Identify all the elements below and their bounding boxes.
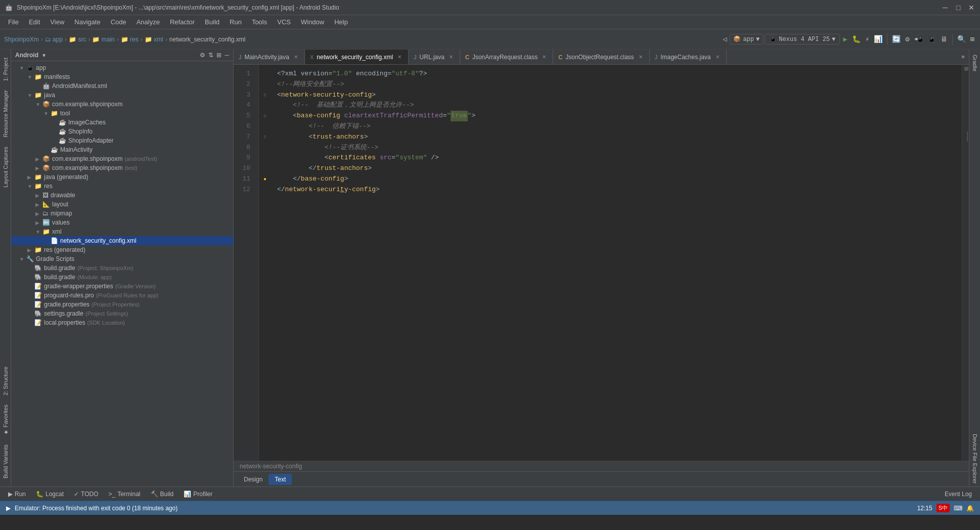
close-button[interactable]: ✕: [968, 4, 975, 11]
menu-build[interactable]: Build: [201, 17, 224, 27]
tree-item-manifests[interactable]: ▼ 📁 manifests: [11, 72, 233, 81]
menu-view[interactable]: View: [46, 17, 68, 27]
device-selector[interactable]: 📱 Nexus 4 API 25 ▼: [765, 34, 840, 45]
sync-button[interactable]: 🔄: [890, 33, 902, 45]
bot-tab-terminal[interactable]: >_ Terminal: [105, 489, 145, 500]
fold-icon-7[interactable]: ▽: [263, 134, 266, 140]
tab-mainactivity[interactable]: J MainActivity.java ✕: [234, 50, 305, 65]
menu-refactor[interactable]: Refactor: [166, 17, 199, 27]
scrollbar-thumb[interactable]: [964, 67, 968, 71]
coverage-button[interactable]: ⚡: [864, 33, 871, 45]
tab-close-url[interactable]: ✕: [448, 54, 455, 60]
tree-item-layout[interactable]: ▶ 📐 layout: [11, 200, 233, 209]
tree-item-imagecaches[interactable]: ☕ ImageCaches: [11, 118, 233, 127]
tree-item-tool[interactable]: ▼ 📁 tool: [11, 109, 233, 118]
tree-item-res-generated[interactable]: ▶ 📁 res (generated): [11, 245, 233, 254]
bot-tab-event-log[interactable]: Event Log: [941, 489, 976, 500]
menu-window[interactable]: Window: [297, 17, 328, 27]
sort-icon[interactable]: ⇅: [208, 52, 213, 59]
tab-close-jsonobj[interactable]: ✕: [637, 54, 644, 60]
tree-item-package-test[interactable]: ▶ 📦 com.example.shpoinpoxm (test): [11, 163, 233, 172]
right-tab-gradle[interactable]: Gradle: [971, 52, 979, 74]
back-button[interactable]: ◁: [721, 33, 728, 45]
expand-button[interactable]: ⊞: [969, 33, 976, 45]
tab-text[interactable]: Text: [269, 474, 292, 485]
tab-close-network-security[interactable]: ✕: [396, 54, 403, 60]
tree-item-gradle-props[interactable]: 📝 gradle.properties (Project Properties): [11, 300, 233, 309]
tab-url[interactable]: J URL.java ✕: [409, 50, 460, 65]
breadcrumb-src[interactable]: 📁 src: [69, 36, 86, 43]
breadcrumb-xml[interactable]: 📁 xml: [145, 36, 163, 43]
bot-tab-todo[interactable]: ✓ TODO: [70, 489, 102, 500]
menu-navigate[interactable]: Navigate: [70, 17, 104, 27]
tree-item-gradle-scripts[interactable]: ▼ 🔧 Gradle Scripts: [11, 254, 233, 263]
tree-item-xml[interactable]: ▼ 📁 xml: [11, 227, 233, 236]
tree-item-build-gradle-module[interactable]: 🐘 build.gradle (Module: app): [11, 273, 233, 282]
menu-analyze[interactable]: Analyze: [132, 17, 164, 27]
tree-item-shopinfoadapter[interactable]: ☕ ShopinfoAdapter: [11, 136, 233, 145]
tree-item-app[interactable]: ▼ 📱 app: [11, 63, 233, 72]
collapse-icon[interactable]: ─: [225, 52, 229, 59]
fold-icon-5[interactable]: ▽: [263, 113, 266, 119]
menu-file[interactable]: File: [4, 17, 23, 27]
tree-item-gradle-wrapper[interactable]: 📝 gradle-wrapper.properties (Gradle Vers…: [11, 282, 233, 291]
breadcrumb-main[interactable]: 📁 main: [92, 36, 114, 43]
fold-icon-3[interactable]: ▽: [263, 92, 266, 98]
tree-item-java-generated[interactable]: ▶ 📁 java (generated): [11, 172, 233, 182]
tree-item-values[interactable]: ▶ 🔤 values: [11, 218, 233, 227]
tree-item-proguard[interactable]: 📝 proguard-rules.pro (ProGuard Rules for…: [11, 291, 233, 300]
tree-item-res[interactable]: ▼ 📁 res: [11, 182, 233, 191]
emulator-button[interactable]: 🖥: [939, 34, 949, 45]
tree-item-java[interactable]: ▼ 📁 java: [11, 91, 233, 100]
tree-item-network-security-config[interactable]: 📄 network_security_config.xml: [11, 236, 233, 245]
menu-code[interactable]: Code: [107, 17, 130, 27]
expand-all-icon[interactable]: ⊞: [216, 52, 221, 59]
tab-jsonarrayrequest[interactable]: C JsonArrayRequest.class ✕: [460, 50, 553, 65]
maximize-button[interactable]: □: [955, 4, 962, 11]
menu-help[interactable]: Help: [330, 17, 352, 27]
run-button[interactable]: ▶: [841, 33, 849, 45]
tab-close-imagecaches[interactable]: ✕: [714, 54, 721, 60]
bot-tab-run[interactable]: ▶ Run: [4, 489, 30, 500]
tab-structure[interactable]: 2: Structure: [2, 363, 9, 400]
tree-item-build-gradle-project[interactable]: 🐘 build.gradle (Project: ShpoinpoXm): [11, 263, 233, 273]
module-selector[interactable]: 📦 app ▼: [730, 34, 763, 45]
right-tab-device-file[interactable]: Device File Explorer: [971, 431, 979, 487]
sdk-manager-button[interactable]: 📲: [913, 33, 924, 45]
android-dropdown[interactable]: ▼: [41, 53, 47, 58]
tree-item-mainactivity[interactable]: ☕ MainActivity: [11, 145, 233, 154]
tree-item-shopinfo[interactable]: ☕ ShopInfo: [11, 127, 233, 136]
minimize-button[interactable]: ─: [942, 4, 949, 11]
tab-close-mainactivity[interactable]: ✕: [292, 54, 299, 60]
settings-button[interactable]: ⚙: [904, 33, 911, 45]
tab-resource-manager[interactable]: Resource Manager: [2, 86, 9, 142]
debug-button[interactable]: 🐛: [851, 33, 862, 45]
tab-design[interactable]: Design: [238, 474, 269, 485]
tab-network-security[interactable]: X network_security_config.xml ✕: [305, 50, 409, 65]
tab-close-jsonarray[interactable]: ✕: [541, 54, 548, 60]
tree-item-local-props[interactable]: 📝 local.properties (SDK Location): [11, 318, 233, 327]
gear-icon[interactable]: ⚙: [200, 52, 205, 59]
bot-tab-profiler[interactable]: 📊 Profiler: [180, 489, 216, 500]
tab-favorites[interactable]: ★ Favorites: [2, 401, 9, 439]
vertical-scrollbar[interactable]: [962, 65, 969, 461]
search-everywhere-button[interactable]: 🔍: [956, 33, 967, 45]
tree-item-package-androidtest[interactable]: ▶ 📦 com.example.shpoinpoxm (androidTest): [11, 154, 233, 163]
menu-run[interactable]: Run: [226, 17, 246, 27]
tree-item-drawable[interactable]: ▶ 🖼 drawable: [11, 191, 233, 200]
bot-tab-build[interactable]: 🔨 Build: [147, 489, 178, 500]
tab-imagecaches[interactable]: J ImageCaches.java ✕: [650, 50, 727, 65]
breadcrumb-app[interactable]: 🗂 app: [45, 36, 63, 43]
tree-item-androidmanifest[interactable]: 🤖 AndroidManifest.xml: [11, 81, 233, 91]
tab-jsonobjectrequest[interactable]: C JsonObjectRequest.class ✕: [553, 50, 649, 65]
tab-build-variants[interactable]: Build Variants: [2, 440, 9, 482]
profile-button[interactable]: 📊: [872, 33, 884, 45]
tree-item-mipmap[interactable]: ▶ 🗂 mipmap: [11, 209, 233, 218]
avd-manager-button[interactable]: 📱: [926, 33, 938, 45]
ime-indicator[interactable]: S中: [937, 504, 950, 512]
tab-overflow[interactable]: »: [957, 54, 969, 61]
code-content[interactable]: <?xml version="1.0" encoding="utf-8"?> <…: [271, 65, 962, 461]
tab-layout-captures[interactable]: Layout Captures: [2, 143, 9, 192]
menu-tools[interactable]: Tools: [248, 17, 271, 27]
tree-item-settings-gradle[interactable]: 🐘 settings.gradle (Project Settings): [11, 309, 233, 318]
